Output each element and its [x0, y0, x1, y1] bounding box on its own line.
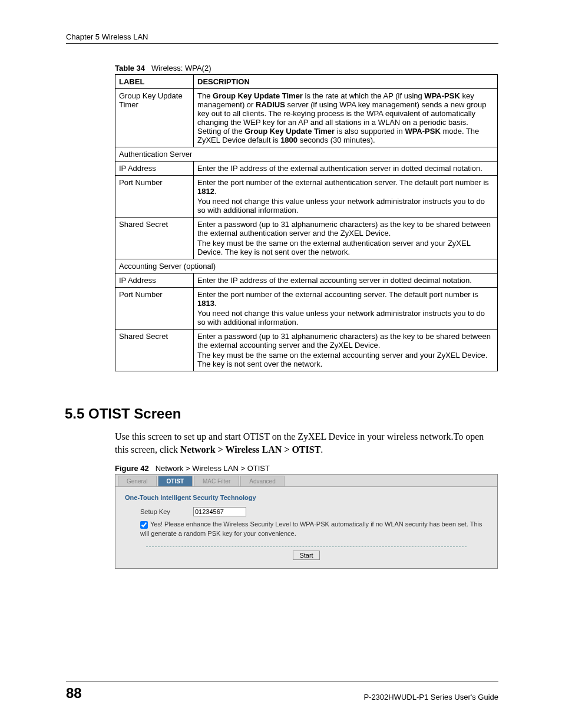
chapter-title: Chapter 5 Wireless LAN: [66, 32, 148, 41]
table-label: Table 34: [115, 64, 145, 73]
table-cell-description: Enter the port number of the external au…: [194, 176, 498, 218]
table-row: IP AddressEnter the IP address of the ex…: [115, 162, 498, 176]
table-cell-description: The Group Key Update Timer is the rate a…: [194, 89, 498, 147]
table-section-row: Authentication Server: [115, 147, 498, 162]
tab-mac-filter[interactable]: MAC Filter: [194, 476, 239, 486]
page-header: Chapter 5 Wireless LAN: [66, 32, 498, 44]
main-content: Table 34 Wireless: WPA(2) LABEL DESCRIPT…: [115, 64, 498, 569]
body-bold: Network > Wireless LAN > OTIST: [180, 444, 320, 454]
table-row: IP AddressEnter the IP address of the ex…: [115, 274, 498, 288]
table-title: Wireless: WPA(2): [151, 64, 211, 73]
table-row: Accounting Server (optional): [115, 259, 498, 274]
figure-label: Figure 42: [115, 464, 149, 473]
setup-key-row: Setup Key: [140, 507, 490, 516]
table-cell-description: Enter a password (up to 31 alphanumeric …: [194, 218, 498, 259]
table-row: Port NumberEnter the port number of the …: [115, 176, 498, 218]
table-row: Shared SecretEnter a password (up to 31 …: [115, 218, 498, 259]
table-cell-description: Enter the IP address of the external acc…: [194, 274, 498, 288]
page-footer: 88 P-2302HWUDL-P1 Series User's Guide: [66, 681, 498, 701]
table-cell-description: Enter a password (up to 31 alphanumeric …: [194, 330, 498, 371]
body-post: .: [320, 444, 323, 454]
section-5-5-body: Use this screen to set up and start OTIS…: [115, 430, 498, 456]
table-cell-label: Group Key Update Timer: [115, 89, 194, 147]
footer-guide: P-2302HWUDL-P1 Series User's Guide: [363, 693, 498, 701]
th-description: DESCRIPTION: [194, 75, 498, 89]
th-label: LABEL: [115, 75, 194, 89]
panel-body: One-Touch Intelligent Security Technolog…: [115, 487, 497, 568]
section-heading-5-5: 5.5 OTIST Screen: [65, 406, 498, 422]
table-row: Group Key Update TimerThe Group Key Upda…: [115, 89, 498, 147]
enhance-security-checkbox[interactable]: [140, 521, 148, 529]
table-caption: Table 34 Wireless: WPA(2): [115, 64, 498, 73]
table-cell-label: Shared Secret: [115, 330, 194, 371]
table-row: Authentication Server: [115, 147, 498, 162]
tab-bar: GeneralOTISTMAC FilterAdvanced: [115, 475, 497, 487]
tab-otist[interactable]: OTIST: [158, 476, 193, 486]
tab-advanced[interactable]: Advanced: [240, 476, 284, 486]
table-cell-label: IP Address: [115, 274, 194, 288]
setup-key-input[interactable]: [193, 507, 246, 516]
enhance-security-row: Yes! Please enhance the Wireless Securit…: [140, 520, 490, 538]
table-row: Shared SecretEnter a password (up to 31 …: [115, 330, 498, 371]
table-cell-label: Shared Secret: [115, 218, 194, 259]
start-row: Start: [123, 551, 490, 560]
table-row: Port NumberEnter the port number of the …: [115, 288, 498, 330]
tab-general[interactable]: General: [118, 476, 157, 486]
otist-screenshot: GeneralOTISTMAC FilterAdvanced One-Touch…: [115, 474, 498, 569]
figure-caption: Figure 42 Network > Wireless LAN > OTIST: [115, 464, 498, 473]
table-cell-description: Enter the port number of the external ac…: [194, 288, 498, 330]
table-cell-label: IP Address: [115, 162, 194, 176]
table-cell-description: Enter the IP address of the external aut…: [194, 162, 498, 176]
enhance-security-text: Yes! Please enhance the Wireless Securit…: [140, 521, 482, 536]
figure-title: Network > Wireless LAN > OTIST: [156, 464, 270, 473]
table-cell-label: Port Number: [115, 176, 194, 218]
table-section-row: Accounting Server (optional): [115, 259, 498, 274]
page-number: 88: [66, 685, 82, 701]
panel-title: One-Touch Intelligent Security Technolog…: [125, 494, 490, 501]
separator: [146, 546, 467, 547]
start-button[interactable]: Start: [293, 551, 319, 560]
setup-key-label: Setup Key: [140, 508, 193, 515]
table-cell-label: Port Number: [115, 288, 194, 330]
wpa2-table: LABEL DESCRIPTION Group Key Update Timer…: [115, 74, 498, 371]
